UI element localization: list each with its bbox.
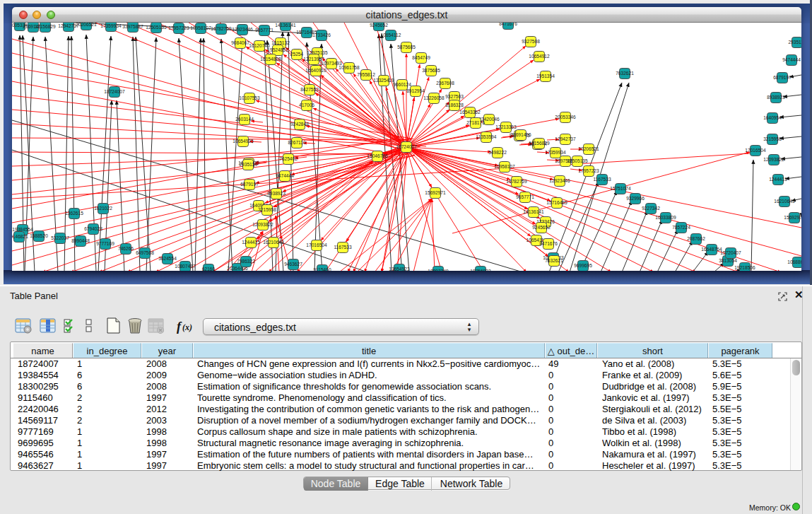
svg-text:33975887: 33975887	[122, 24, 143, 29]
svg-text:7986322: 7986322	[237, 259, 255, 264]
svg-text:9146821: 9146821	[12, 234, 28, 239]
svg-text:12093822: 12093822	[763, 157, 784, 162]
svg-text:18724007: 18724007	[104, 89, 125, 94]
svg-text:16154808: 16154808	[260, 57, 281, 62]
svg-text:10654935: 10654935	[233, 139, 254, 144]
svg-text:8186328: 8186328	[445, 103, 464, 107]
svg-text:8990448: 8990448	[71, 238, 90, 243]
svg-text:9227342: 9227342	[642, 206, 660, 211]
svg-text:9115460: 9115460	[313, 267, 331, 271]
svg-text:12942737: 12942737	[555, 136, 576, 141]
svg-text:15716485: 15716485	[546, 200, 567, 205]
svg-text:2603144: 2603144	[235, 117, 254, 122]
svg-text:19756923: 19756923	[470, 269, 491, 271]
svg-text:10961758: 10961758	[339, 65, 360, 70]
svg-text:20053346: 20053346	[555, 115, 576, 119]
svg-text:10807487: 10807487	[175, 264, 196, 269]
svg-text:9474444: 9474444	[782, 57, 801, 62]
svg-text:21691406: 21691406	[510, 132, 531, 137]
svg-text:9327503: 9327503	[445, 94, 464, 99]
svg-text:6794028: 6794028	[84, 226, 102, 231]
svg-text:9657771: 9657771	[255, 28, 273, 33]
svg-text:16046786: 16046786	[367, 153, 388, 158]
svg-text:9699695: 9699695	[574, 263, 592, 268]
svg-text:3875685: 3875685	[422, 68, 440, 73]
svg-text:5498222: 5498222	[488, 150, 507, 155]
svg-text:15751074: 15751074	[610, 186, 631, 191]
svg-text:6497568: 6497568	[136, 250, 154, 255]
svg-text:14136141: 14136141	[523, 209, 544, 214]
svg-text:1244415: 1244415	[769, 177, 787, 182]
svg-text:16033809: 16033809	[655, 215, 676, 220]
svg-text:17359934: 17359934	[545, 150, 566, 155]
svg-text:17957223: 17957223	[578, 168, 599, 173]
svg-text:14136141: 14136141	[275, 23, 296, 28]
svg-text:1951354: 1951354	[536, 74, 555, 78]
svg-text:16210643: 16210643	[774, 199, 795, 204]
svg-text:19218506: 19218506	[734, 265, 755, 270]
svg-text:13325419: 13325419	[373, 78, 394, 83]
svg-text:7625402: 7625402	[279, 156, 298, 161]
svg-text:17957223: 17957223	[168, 25, 189, 30]
svg-text:8471676: 8471676	[499, 23, 517, 26]
svg-text:15720407: 15720407	[720, 250, 741, 255]
svg-text:10654912: 10654912	[529, 54, 550, 59]
svg-text:10107553: 10107553	[239, 95, 260, 100]
svg-text:3215958: 3215958	[763, 136, 782, 141]
svg-text:9327508: 9327508	[522, 39, 540, 44]
svg-text:9657771: 9657771	[516, 194, 534, 199]
svg-text:16210643: 16210643	[263, 240, 284, 245]
svg-text:18807249: 18807249	[428, 269, 449, 271]
svg-text:9329966: 9329966	[626, 196, 645, 201]
svg-text:12213363: 12213363	[495, 124, 517, 129]
svg-text:8471676: 8471676	[539, 241, 558, 246]
svg-text:16543362: 16543362	[459, 110, 481, 115]
svg-text:(x): (x)	[182, 322, 192, 332]
svg-text:5322037: 5322037	[51, 235, 69, 240]
svg-text:11353594: 11353594	[476, 134, 497, 139]
svg-text:2718176: 2718176	[466, 120, 485, 125]
svg-text:3215958: 3215958	[258, 207, 276, 212]
svg-text:6879197: 6879197	[240, 182, 259, 187]
svg-text:19524851: 19524851	[267, 47, 288, 52]
svg-text:7632621: 7632621	[616, 71, 634, 76]
svg-text:12505135: 12505135	[146, 25, 167, 30]
svg-text:8912954: 8912954	[406, 88, 425, 93]
svg-text:1621022: 1621022	[94, 206, 112, 211]
svg-text:17359934: 17359934	[100, 23, 122, 28]
svg-text:9245652: 9245652	[370, 23, 388, 28]
svg-text:17016504: 17016504	[745, 148, 766, 153]
svg-text:15692971: 15692971	[784, 215, 801, 220]
svg-text:746266: 746266	[118, 246, 134, 251]
svg-text:1244415: 1244415	[242, 240, 260, 245]
svg-text:13654923: 13654923	[389, 267, 410, 271]
svg-text:7955812: 7955812	[357, 72, 375, 77]
svg-text:2935114: 2935114	[788, 40, 801, 45]
svg-text:25254: 25254	[290, 52, 304, 57]
svg-text:12505135: 12505135	[567, 158, 588, 163]
svg-text:8427552: 8427552	[300, 87, 319, 92]
svg-text:9660124: 9660124	[393, 82, 411, 87]
svg-text:9777169: 9777169	[96, 241, 114, 246]
svg-text:12156829: 12156829	[529, 141, 550, 146]
svg-text:9084067: 9084067	[231, 40, 249, 45]
svg-text:1588520: 1588520	[30, 233, 48, 238]
svg-text:20206521: 20206521	[76, 23, 97, 27]
svg-text:10958107: 10958107	[190, 25, 211, 30]
svg-text:1362615: 1362615	[65, 211, 83, 216]
svg-text:7632621: 7632621	[545, 258, 563, 263]
svg-text:10958107: 10958107	[494, 164, 515, 169]
svg-text:8267110: 8267110	[288, 140, 306, 145]
svg-text:12093822: 12093822	[252, 222, 273, 227]
svg-text:9463627: 9463627	[284, 262, 302, 267]
svg-text:8938923: 8938923	[267, 191, 286, 196]
svg-text:6879197: 6879197	[773, 75, 792, 80]
svg-text:2367608: 2367608	[436, 81, 454, 86]
svg-text:9474444: 9474444	[276, 173, 294, 178]
svg-text:15692971: 15692971	[425, 190, 446, 195]
svg-text:9245652: 9245652	[532, 225, 551, 230]
svg-text:2087662: 2087662	[687, 236, 705, 241]
svg-text:18724007: 18724007	[396, 144, 417, 149]
svg-text:1733426: 1733426	[312, 33, 331, 37]
svg-text:8938923: 8938923	[767, 95, 785, 100]
